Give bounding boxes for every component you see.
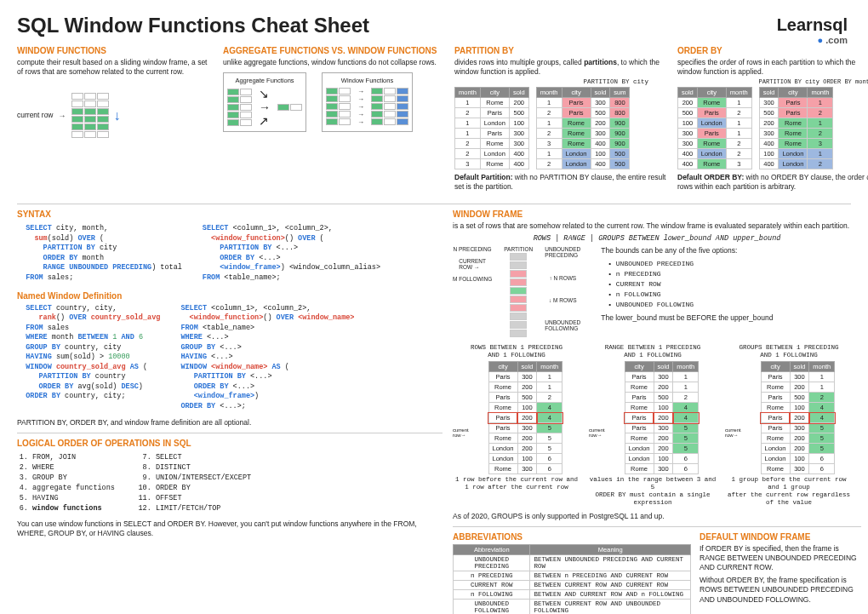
h-window-frame: WINDOW FRAME	[453, 209, 861, 219]
h-default-frame: DEFAULT WINDOW FRAME	[700, 532, 861, 542]
named-template: SELECT <column_1>, <column_2>, <window_f…	[180, 304, 354, 411]
h-named-window: Named Window Definition	[17, 291, 443, 301]
h-agg-vs-wf: AGGREGATE FUNCTIONS VS. WINDOW FUNCTIONS	[223, 46, 444, 55]
named-example: SELECT country, city, rank() OVER countr…	[17, 304, 160, 411]
current-row-label: current row	[17, 111, 54, 120]
syntax-template-1: SELECT <column_1>, <column_2>, <window_f…	[203, 224, 380, 283]
logo: Learnsql● .com	[777, 15, 848, 45]
h-abbreviations: ABBREVIATIONS	[453, 532, 691, 542]
h-window-functions: WINDOW FUNCTIONS	[17, 46, 213, 55]
h-logical-order: LOGICAL ORDER OF OPERATIONS IN SQL	[17, 439, 443, 448]
wf-desc: compute their result based on a sliding …	[17, 58, 213, 77]
h-partition-by: PARTITION BY	[454, 46, 667, 55]
h-order-by: ORDER BY	[677, 46, 868, 55]
page-title: SQL Window Functions Cheat Sheet	[17, 14, 851, 37]
syntax-example-1: SELECT city, month, sum(sold) OVER ( PAR…	[17, 224, 182, 283]
h-syntax: SYNTAX	[17, 209, 443, 219]
